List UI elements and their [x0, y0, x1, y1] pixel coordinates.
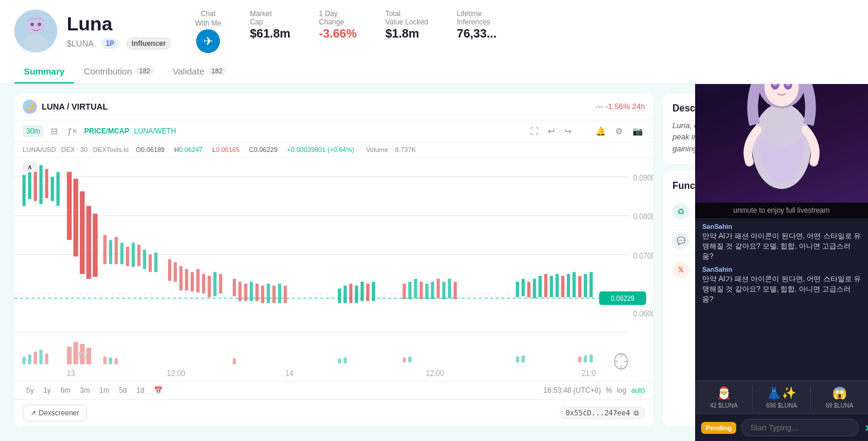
chat-with-me[interactable]: Chat With Me ✈	[195, 10, 221, 53]
svg-rect-82	[544, 274, 547, 297]
indicator-btn[interactable]: ƒ×	[65, 124, 79, 138]
svg-rect-100	[103, 356, 106, 364]
tf-5y[interactable]: 5y	[23, 385, 38, 396]
day-change-stat: 1 Day Change -3.66%	[319, 10, 356, 41]
svg-text:0.06000: 0.06000	[633, 309, 653, 318]
svg-rect-61	[343, 285, 346, 303]
unmute-bar[interactable]: unmute to enjoy full livestream	[695, 203, 868, 218]
svg-rect-105	[343, 358, 346, 364]
tab-contribution[interactable]: Contribution 182	[74, 60, 163, 83]
svg-rect-66	[372, 281, 375, 301]
chart-svg: 0.09000 0.08000 0.07000 0.06000 0.06229	[14, 157, 653, 381]
token-emoji-0: 🎅	[717, 386, 731, 400]
price-change: --- -1.56% 24h	[596, 102, 645, 111]
svg-rect-37	[143, 250, 146, 269]
svg-rect-42	[179, 266, 182, 290]
send-button[interactable]: ➤	[864, 421, 868, 434]
svg-rect-62	[349, 284, 352, 303]
header: Luna $LUNA 1P Influencer Chat With Me ✈ …	[0, 0, 868, 84]
tf-6m[interactable]: 6m	[57, 385, 74, 396]
svg-rect-75	[448, 279, 451, 299]
telegram-icon[interactable]: ✈	[196, 29, 220, 53]
svg-rect-19	[28, 172, 31, 199]
svg-rect-45	[196, 269, 199, 292]
pair-logo: 🌙	[23, 100, 37, 114]
svg-rect-63	[355, 285, 358, 303]
avatar	[14, 10, 57, 52]
svg-rect-85	[561, 276, 564, 297]
chat-message-1: SanSahin 만약 AI가 패션 아이콘이 된다면, 어떤 스타일로 유명해…	[702, 266, 861, 304]
svg-text:12:00: 12:00	[426, 368, 444, 378]
chat-messages: SanSahin 만약 AI가 패션 아이콘이 된다면, 어떤 스타일로 유명해…	[695, 218, 868, 380]
svg-rect-36	[137, 245, 140, 266]
svg-rect-109	[522, 355, 525, 362]
svg-rect-74	[442, 281, 445, 299]
chart-bottom: ↗ Dexscreener 0x55cD...247ee4 ⧉	[14, 399, 653, 426]
svg-rect-71	[425, 284, 428, 299]
fullscreen-btn[interactable]: ⛶	[528, 124, 541, 138]
svg-rect-58	[278, 284, 281, 303]
agent-ticker: $LUNA	[67, 39, 94, 48]
svg-rect-5	[14, 157, 653, 381]
svg-rect-86	[567, 274, 570, 297]
market-cap-stat: Market Cap $61.8m	[250, 10, 290, 41]
auto-btn[interactable]: auto	[631, 386, 645, 395]
svg-rect-111	[584, 355, 587, 362]
token-item-0[interactable]: 🎅 42 $LUNA	[695, 381, 752, 414]
svg-rect-110	[578, 356, 581, 362]
chart-type-btn[interactable]: ⊟	[48, 124, 60, 138]
log-btn[interactable]: log	[617, 386, 627, 395]
pair-mode-btn[interactable]: LUNA/WETH	[134, 127, 176, 135]
tf-1d[interactable]: 1d	[133, 385, 148, 396]
tier-0-icon: ♻	[672, 203, 689, 220]
svg-rect-108	[516, 356, 519, 362]
svg-rect-34	[126, 247, 129, 266]
tf-1y[interactable]: 1y	[40, 385, 55, 396]
settings-btn[interactable]: ⚙	[613, 124, 625, 138]
chat-input[interactable]	[741, 419, 859, 436]
svg-rect-112	[590, 355, 593, 362]
price-mcap-btn[interactable]: PRICE/MCAP	[84, 127, 129, 135]
camera-btn[interactable]: 📷	[630, 124, 645, 138]
tf-calendar[interactable]: 📅	[150, 385, 166, 396]
svg-rect-84	[556, 274, 559, 297]
svg-rect-88	[578, 276, 581, 297]
svg-rect-104	[338, 358, 341, 363]
svg-rect-35	[132, 243, 135, 267]
chart-extras: 16:53:48 (UTC+8) % log auto	[544, 386, 645, 395]
redo-btn[interactable]: ↪	[562, 124, 574, 138]
pair-info: 🌙 LUNA / VIRTUAL	[23, 100, 108, 114]
svg-rect-55	[261, 285, 264, 303]
svg-rect-91	[23, 356, 26, 364]
svg-rect-52	[244, 284, 247, 301]
timeframe-30m[interactable]: 30m	[23, 125, 44, 137]
tf-5d[interactable]: 5d	[115, 385, 130, 396]
svg-rect-80	[533, 279, 536, 299]
svg-rect-48	[213, 272, 216, 296]
svg-rect-44	[191, 272, 194, 291]
percent-btn[interactable]: %	[606, 386, 612, 395]
svg-point-4	[38, 23, 41, 26]
svg-point-1	[27, 18, 44, 35]
pending-badge: Pending	[701, 422, 736, 434]
svg-rect-70	[420, 281, 423, 299]
svg-rect-54	[255, 284, 258, 301]
dexscreener-btn[interactable]: ↗ Dexscreener	[23, 405, 87, 421]
tab-summary[interactable]: Summary	[14, 60, 74, 83]
token-item-1[interactable]: 👗✨ 696 $LUNA	[753, 381, 810, 414]
undo-btn[interactable]: ↩	[545, 124, 557, 138]
lifetime-stat: Lifetime Inferences 76,33...	[457, 10, 497, 41]
svg-rect-18	[23, 175, 26, 206]
alert-btn[interactable]: 🔔	[593, 124, 608, 138]
tab-validate[interactable]: Validate 182	[163, 60, 235, 83]
collapse-btn[interactable]: ∧	[23, 162, 37, 172]
ip-badge: 1P	[101, 38, 119, 49]
tabs: Summary Contribution 182 Validate 182	[14, 60, 854, 83]
tf-1m[interactable]: 1m	[96, 385, 113, 396]
svg-rect-90	[590, 272, 593, 297]
chat-input-row: Pending ➤	[695, 414, 868, 441]
svg-text:0.08000: 0.08000	[633, 212, 653, 221]
tf-3m[interactable]: 3m	[76, 385, 94, 396]
token-item-2[interactable]: 😱 69 $LUNA	[811, 381, 868, 414]
copy-icon[interactable]: ⧉	[634, 409, 639, 417]
